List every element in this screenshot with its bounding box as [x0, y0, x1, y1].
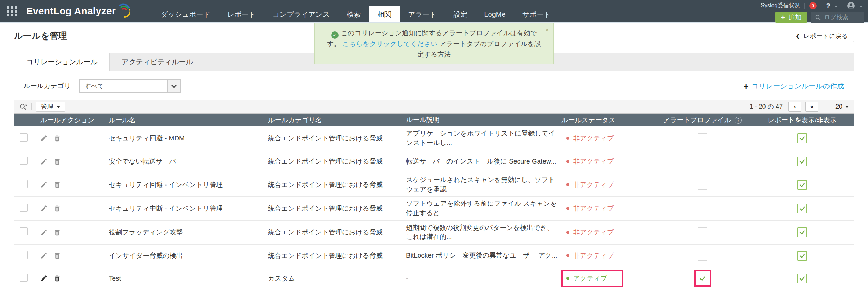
edit-icon[interactable]: [40, 205, 48, 212]
rule-category-select[interactable]: すべて: [79, 79, 181, 93]
alert-profile-checkbox[interactable]: [698, 180, 707, 190]
nav-item[interactable]: アラート: [400, 6, 445, 22]
rule-name: 役割フラッディング攻撃: [98, 228, 257, 237]
delete-icon[interactable]: [54, 205, 61, 212]
edit-icon[interactable]: [40, 158, 48, 165]
report-visibility-checkbox[interactable]: [797, 157, 807, 166]
rule-status-toggle[interactable]: 非アクティブ: [561, 247, 630, 264]
create-rule-label: コリレーションルールの作成: [752, 81, 844, 91]
add-button[interactable]: + 追加: [775, 12, 807, 23]
column-header: アラートプロファイル?: [654, 116, 750, 125]
rule-status-toggle[interactable]: 非アクティブ: [561, 176, 630, 194]
alert-profile-checkbox[interactable]: [698, 251, 707, 261]
column-search-icon[interactable]: [19, 103, 27, 111]
edit-icon[interactable]: [40, 135, 48, 142]
rule-status-toggle[interactable]: 非アクティブ: [561, 224, 630, 241]
banner-click-here-link[interactable]: こちらをクリックしてください: [342, 40, 437, 48]
rule-actions-cell: [32, 181, 98, 188]
nav-item[interactable]: サポート: [514, 6, 559, 22]
report-visibility-checkbox[interactable]: [797, 274, 807, 283]
page-size-dropdown[interactable]: 20: [835, 103, 849, 110]
rule-status-toggle[interactable]: 非アクティブ: [561, 130, 630, 147]
divider: [804, 3, 805, 9]
nav-item[interactable]: 相関: [369, 6, 400, 22]
report-visibility-checkbox[interactable]: [797, 180, 807, 190]
report-visibility-checkbox[interactable]: [797, 133, 807, 143]
last-page-button[interactable]: »: [805, 102, 818, 112]
apps-grid-icon[interactable]: [7, 6, 17, 16]
help-menu[interactable]: ?: [826, 2, 830, 10]
alert-profile-checkbox[interactable]: [698, 157, 707, 166]
delete-icon[interactable]: [54, 252, 61, 259]
close-icon[interactable]: ×: [545, 27, 549, 33]
status-dot-icon: [566, 254, 569, 257]
rule-category: 統合エンドポイント管理における脅威: [257, 204, 396, 213]
nav-item[interactable]: 設定: [445, 6, 476, 22]
syslog-status-link[interactable]: Syslog受信状況: [761, 2, 800, 9]
report-visibility-checkbox[interactable]: [797, 251, 807, 261]
create-correlation-rule-link[interactable]: + コリレーションルールの作成: [744, 81, 844, 91]
report-visibility-checkbox[interactable]: [797, 204, 807, 213]
nav-item[interactable]: 検索: [338, 6, 369, 22]
edit-icon[interactable]: [40, 275, 48, 282]
rule-description: スケジュールされたスキャンを無効にし、ソフトウェアを承認...: [396, 175, 560, 194]
alert-profile-checkbox[interactable]: [698, 204, 707, 213]
rule-name: セキュリティ回避 - インベントリ管理: [98, 180, 257, 189]
nav-item[interactable]: コンプライアンス: [264, 6, 338, 22]
nav-item[interactable]: レポート: [219, 6, 264, 22]
tab[interactable]: コリレーションルール: [14, 53, 110, 71]
row-checkbox[interactable]: [20, 204, 28, 212]
row-select-cell: [14, 274, 32, 283]
tab[interactable]: アクティビティルール: [110, 53, 205, 71]
report-visibility-cell: [750, 157, 854, 166]
nav-item[interactable]: ダッシュボード: [152, 6, 219, 22]
row-checkbox[interactable]: [20, 274, 28, 282]
alert-profile-checkbox[interactable]: [698, 227, 707, 237]
rule-status-toggle[interactable]: 非アクティブ: [561, 153, 630, 170]
back-to-reports-button[interactable]: ❮ レポートに戻る: [791, 30, 854, 42]
next-page-button[interactable]: ›: [788, 102, 801, 112]
edit-icon[interactable]: [40, 229, 48, 236]
notification-badge[interactable]: 3: [809, 2, 817, 9]
row-checkbox[interactable]: [20, 251, 28, 259]
delete-icon[interactable]: [54, 229, 61, 236]
rule-status-toggle[interactable]: アクティブ: [561, 270, 623, 287]
table-row: セキュリティ回避 - インベントリ管理 統合エンドポイント管理における脅威 スケ…: [14, 173, 854, 197]
rule-name: セキュリティ回避 - MDM: [98, 134, 257, 143]
delete-icon[interactable]: [54, 181, 61, 188]
user-icon[interactable]: [847, 2, 855, 10]
delete-icon[interactable]: [54, 275, 61, 282]
row-checkbox[interactable]: [20, 157, 28, 165]
edit-icon[interactable]: [40, 181, 48, 188]
rule-actions-cell: [32, 205, 98, 212]
alert-profile-checkbox[interactable]: [698, 274, 707, 283]
caret-down-icon: [835, 6, 838, 7]
rule-name: セキュリティ中断 - インベントリ管理: [98, 204, 257, 213]
row-checkbox[interactable]: [20, 227, 28, 235]
row-checkbox[interactable]: [20, 180, 28, 188]
caret-down-icon: [860, 6, 862, 7]
report-visibility-checkbox[interactable]: [797, 227, 807, 237]
report-visibility-cell: [750, 274, 854, 283]
select-caret-button[interactable]: [167, 80, 180, 92]
log-search-box[interactable]: [811, 12, 864, 23]
alert-profile-checkbox[interactable]: [698, 133, 707, 143]
alert-profile-cell: [654, 247, 750, 264]
edit-icon[interactable]: [40, 252, 48, 259]
status-label: 非アクティブ: [573, 134, 614, 143]
delete-icon[interactable]: [54, 158, 61, 165]
rule-status-toggle[interactable]: 非アクティブ: [561, 200, 630, 217]
nav-item[interactable]: LogMe: [476, 6, 514, 22]
rule-category: 統合エンドポイント管理における脅威: [257, 134, 396, 143]
alert-profile-slot: [694, 224, 711, 241]
rule-actions-cell: [32, 275, 98, 282]
divider: [31, 103, 32, 110]
manage-dropdown-button[interactable]: 管理: [36, 102, 65, 112]
log-search-input[interactable]: [824, 14, 859, 21]
rule-status-cell: アクティブ: [560, 270, 654, 287]
delete-icon[interactable]: [54, 135, 61, 142]
row-checkbox[interactable]: [20, 133, 28, 142]
alert-profile-cell: [654, 176, 750, 193]
help-icon[interactable]: ?: [735, 117, 742, 124]
chevron-down-icon: [171, 82, 177, 88]
